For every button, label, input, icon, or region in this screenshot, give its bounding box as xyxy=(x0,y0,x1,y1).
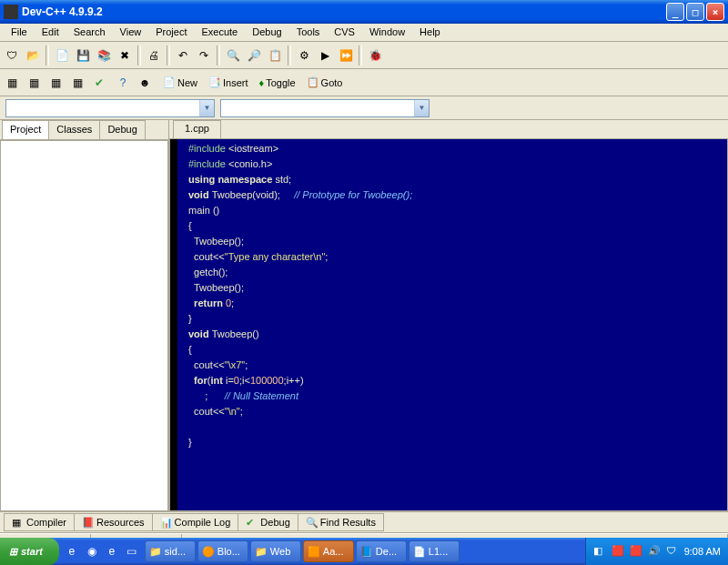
window-title: Dev-C++ 4.9.9.2 xyxy=(22,5,666,18)
project-tree[interactable] xyxy=(0,140,168,511)
save-all-icon[interactable]: 📚 xyxy=(94,45,114,66)
insert-button[interactable]: 📑Insert xyxy=(204,74,253,91)
grid1-icon[interactable]: ▦ xyxy=(2,73,22,93)
replace-icon[interactable]: 🔎 xyxy=(244,45,264,66)
editor-area: 1.cpp #include <iostream> #include <coni… xyxy=(169,120,728,511)
file-tab[interactable]: 1.cpp xyxy=(173,120,221,138)
resources-icon: 📕 xyxy=(82,517,93,528)
combo-bar: ▼ ▼ xyxy=(0,96,728,120)
new-button[interactable]: 📄New xyxy=(158,74,202,91)
menu-debug[interactable]: Debug xyxy=(245,24,288,41)
taskbar: ⊞ start e ◉ e ▭ 📁sid... 🟠Blo... 📁Web 🟧Aa… xyxy=(0,538,728,565)
menu-execute[interactable]: Execute xyxy=(194,24,245,41)
menu-help[interactable]: Help xyxy=(412,24,448,41)
app-icon: 🟧 xyxy=(308,546,320,558)
print-icon[interactable]: 🖨 xyxy=(144,45,164,66)
folder-icon: 📁 xyxy=(255,546,268,558)
tab-classes[interactable]: Classes xyxy=(48,120,100,139)
tab-compiler[interactable]: ▦Compiler xyxy=(4,513,75,531)
menu-edit[interactable]: Edit xyxy=(35,24,66,41)
ql-desktop-icon[interactable]: ▭ xyxy=(123,542,141,560)
task-item[interactable]: 📁sid... xyxy=(145,540,196,562)
title-bar: Dev-C++ 4.9.9.2 _ □ × xyxy=(0,0,728,24)
menu-tools[interactable]: Tools xyxy=(289,24,328,41)
check-icon: ✔ xyxy=(246,517,257,528)
goto-icon: 📋 xyxy=(307,76,319,88)
tray-icon[interactable]: 🟥 xyxy=(630,545,642,558)
tab-resources[interactable]: 📕Resources xyxy=(74,513,153,531)
tab-debug-bottom[interactable]: ✔Debug xyxy=(238,513,298,531)
task-item[interactable]: 🟠Blo... xyxy=(197,540,248,562)
tray-volume-icon[interactable]: 🔊 xyxy=(648,545,661,558)
windows-icon: ⊞ xyxy=(9,546,17,558)
blogger-icon: 🟠 xyxy=(202,546,215,558)
open-icon[interactable]: 📂 xyxy=(23,45,43,66)
redo-icon[interactable]: ↷ xyxy=(194,45,214,66)
insert-icon: 📑 xyxy=(208,76,221,88)
grid4-icon[interactable]: ▦ xyxy=(67,73,87,93)
toggle-button[interactable]: ♦Toggle xyxy=(255,75,300,91)
find-next-icon[interactable]: 📋 xyxy=(265,45,285,66)
quick-launch: e ◉ e ▭ xyxy=(63,542,141,560)
compile-run-icon[interactable]: ⏩ xyxy=(336,45,356,66)
ql-explorer-icon[interactable]: e xyxy=(103,542,121,560)
about-icon[interactable]: ☻ xyxy=(135,73,155,93)
menu-project[interactable]: Project xyxy=(148,24,194,41)
close-file-icon[interactable]: ✖ xyxy=(115,45,135,66)
compile-icon[interactable]: ⚙ xyxy=(294,45,314,66)
tray-icon[interactable]: 🟥 xyxy=(612,545,624,558)
system-tray: ◧ 🟥 🟥 🔊 🛡 9:08 AM xyxy=(585,538,728,565)
app-icon xyxy=(4,5,18,19)
task-item-active[interactable]: 🟧Aa... xyxy=(303,540,354,562)
toolbar-main: 🛡 📂 📄 💾 📚 ✖ 🖨 ↶ ↷ 🔍 🔎 📋 ⚙ ▶ ⏩ 🐞 xyxy=(0,42,728,69)
menu-bar: File Edit Search View Project Execute De… xyxy=(0,24,728,42)
find-icon: 🔍 xyxy=(306,517,317,528)
start-button[interactable]: ⊞ start xyxy=(0,538,59,565)
output-tabs: ▦Compiler 📕Resources 📊Compile Log ✔Debug… xyxy=(0,511,728,533)
toggle-icon: ♦ xyxy=(259,77,265,88)
grid3-icon[interactable]: ▦ xyxy=(46,73,66,93)
task-item[interactable]: 📁Web xyxy=(250,540,301,562)
run-icon[interactable]: ▶ xyxy=(315,45,335,66)
shield-icon[interactable]: 🛡 xyxy=(2,45,22,66)
help-icon[interactable]: ? xyxy=(113,73,133,93)
tab-find-results[interactable]: 🔍Find Results xyxy=(298,513,384,531)
toolbar-secondary: ▦ ▦ ▦ ▦ ✔ ? ☻ 📄New 📑Insert ♦Toggle 📋Goto xyxy=(0,69,728,96)
method-combo[interactable]: ▼ xyxy=(220,99,430,117)
task-item[interactable]: 📄L1... xyxy=(409,540,460,562)
undo-icon[interactable]: ↶ xyxy=(173,45,193,66)
ql-chrome-icon[interactable]: ◉ xyxy=(83,542,101,560)
tray-icon[interactable]: ◧ xyxy=(593,545,606,558)
find-icon[interactable]: 🔍 xyxy=(223,45,243,66)
folder-icon: 📁 xyxy=(149,546,162,558)
menu-window[interactable]: Window xyxy=(362,24,412,41)
clock[interactable]: 9:08 AM xyxy=(684,546,721,557)
tab-project[interactable]: Project xyxy=(2,120,49,139)
task-item[interactable]: 📘De... xyxy=(356,540,407,562)
minimize-button[interactable]: _ xyxy=(666,3,684,21)
word-icon: 📄 xyxy=(413,546,426,558)
log-icon: 📊 xyxy=(160,517,171,528)
tab-debug[interactable]: Debug xyxy=(99,120,145,139)
new-page-icon: 📄 xyxy=(163,76,176,88)
grid2-icon[interactable]: ▦ xyxy=(24,73,44,93)
menu-file[interactable]: File xyxy=(4,24,35,41)
save-icon[interactable]: 💾 xyxy=(73,45,93,66)
code-editor[interactable]: #include <iostream> #include <conio.h> u… xyxy=(169,138,728,511)
compiler-icon: ▦ xyxy=(12,517,23,528)
side-panel: Project Classes Debug xyxy=(0,120,169,511)
close-button[interactable]: × xyxy=(706,3,724,21)
ql-ie-icon[interactable]: e xyxy=(63,542,81,560)
menu-view[interactable]: View xyxy=(113,24,149,41)
goto-button[interactable]: 📋Goto xyxy=(302,74,348,91)
class-combo[interactable]: ▼ xyxy=(5,99,215,117)
devcpp-icon: 📘 xyxy=(360,546,373,558)
check-icon[interactable]: ✔ xyxy=(89,73,109,93)
tray-shield-icon[interactable]: 🛡 xyxy=(666,545,679,558)
new-file-icon[interactable]: 📄 xyxy=(52,45,72,66)
tab-compile-log[interactable]: 📊Compile Log xyxy=(152,513,239,531)
menu-search[interactable]: Search xyxy=(66,24,113,41)
menu-cvs[interactable]: CVS xyxy=(327,24,362,41)
maximize-button[interactable]: □ xyxy=(686,3,704,21)
debug-icon[interactable]: 🐞 xyxy=(365,45,385,66)
